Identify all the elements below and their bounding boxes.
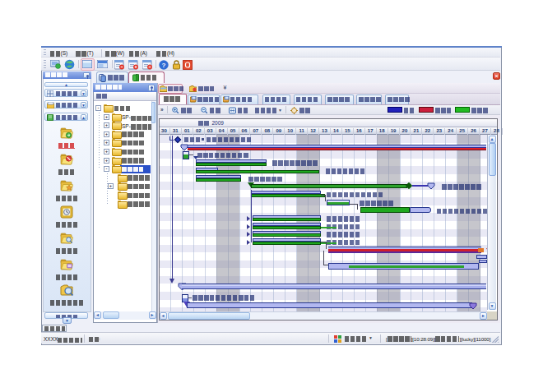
svg-text:?: ? <box>161 61 165 68</box>
